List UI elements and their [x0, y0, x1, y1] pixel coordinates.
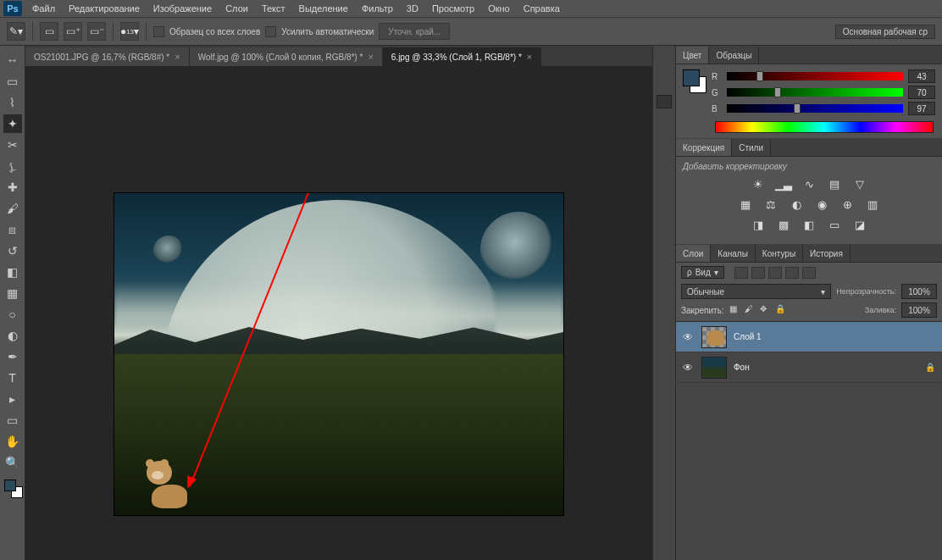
bw-icon[interactable]: ◐: [788, 197, 805, 212]
workspace-switcher[interactable]: Основная рабочая ср: [835, 25, 935, 39]
color-swatch[interactable]: [4, 480, 21, 495]
selective-color-icon[interactable]: ◪: [851, 217, 868, 232]
slider-track[interactable]: [727, 72, 903, 80]
refine-edge-button[interactable]: Уточн. край...: [379, 23, 450, 40]
add-selection-icon[interactable]: ▭⁺: [64, 22, 82, 41]
menu-select[interactable]: Выделение: [296, 2, 352, 15]
menu-filter[interactable]: Фильтр: [358, 2, 396, 15]
sample-all-checkbox[interactable]: [153, 26, 164, 37]
path-select-tool-icon[interactable]: ▸: [3, 390, 22, 408]
gradient-map-icon[interactable]: ▭: [826, 217, 843, 232]
shape-tool-icon[interactable]: ▭: [3, 411, 22, 430]
brightness-icon[interactable]: ☀: [750, 176, 767, 191]
visibility-icon[interactable]: 👁: [683, 362, 695, 374]
channel-value[interactable]: 70: [908, 86, 935, 99]
doc-tab-3[interactable]: 6.jpg @ 33,3% (Слой 1, RGB/8*) *×: [383, 47, 541, 66]
blend-mode-select[interactable]: Обычные▾: [681, 284, 831, 299]
lasso-tool-icon[interactable]: ⌇: [3, 93, 22, 112]
marquee-tool-icon[interactable]: ▭: [3, 72, 22, 91]
eyedropper-tool-icon[interactable]: ⍼: [3, 157, 22, 175]
close-icon[interactable]: ×: [527, 52, 532, 62]
hue-icon[interactable]: ▦: [737, 197, 754, 212]
photo-filter-icon[interactable]: ◉: [813, 197, 830, 212]
curves-icon[interactable]: ∿: [801, 176, 817, 191]
move-tool-icon[interactable]: ↔: [3, 51, 22, 69]
exposure-icon[interactable]: ▤: [826, 176, 843, 191]
lookup-icon[interactable]: ▥: [864, 197, 881, 212]
tab-history[interactable]: История: [803, 245, 851, 262]
tab-channels[interactable]: Каналы: [711, 245, 756, 262]
layer-row[interactable]: 👁 Фон 🔒: [676, 352, 942, 383]
tab-styles[interactable]: Стили: [732, 139, 771, 156]
close-icon[interactable]: ×: [175, 52, 180, 62]
lock-all-icon[interactable]: 🔒: [775, 304, 787, 316]
eraser-tool-icon[interactable]: ◧: [3, 263, 22, 281]
new-selection-icon[interactable]: ▭: [40, 22, 58, 41]
spectrum-bar[interactable]: [715, 121, 934, 133]
fill-input[interactable]: 100%: [901, 302, 937, 318]
filter-type-icon[interactable]: [768, 267, 782, 279]
slider-track[interactable]: [727, 88, 903, 97]
subtract-selection-icon[interactable]: ▭⁻: [87, 22, 106, 41]
close-icon[interactable]: ×: [368, 52, 373, 62]
balance-icon[interactable]: ⚖: [762, 197, 779, 212]
channel-value[interactable]: 97: [908, 102, 935, 115]
pen-tool-icon[interactable]: ✒: [3, 347, 22, 366]
type-tool-icon[interactable]: T: [3, 369, 22, 387]
brush-tool-icon[interactable]: 🖌: [3, 199, 22, 218]
menu-layer[interactable]: Слои: [222, 2, 252, 15]
canvas[interactable]: [114, 193, 563, 515]
layer-thumbnail[interactable]: [701, 326, 727, 348]
menu-help[interactable]: Справка: [520, 2, 563, 15]
dodge-tool-icon[interactable]: ◐: [3, 326, 22, 345]
opacity-input[interactable]: 100%: [901, 284, 937, 299]
menu-file[interactable]: Файл: [29, 2, 58, 15]
menu-image[interactable]: Изображение: [150, 2, 215, 15]
canvas-viewport[interactable]: [25, 66, 652, 560]
visibility-icon[interactable]: 👁: [683, 331, 695, 343]
hand-tool-icon[interactable]: ✋: [3, 432, 22, 451]
menu-edit[interactable]: Редактирование: [65, 2, 143, 15]
crop-tool-icon[interactable]: ✂: [3, 136, 22, 154]
zoom-tool-icon[interactable]: 🔍: [3, 453, 22, 472]
doc-tab-2[interactable]: Wolf.jpg @ 100% (Слой 0 копия, RGB/8*) *…: [190, 47, 383, 66]
brush-preset-icon[interactable]: ●13▾: [120, 22, 139, 41]
tab-layers[interactable]: Слои: [676, 245, 711, 262]
lock-paint-icon[interactable]: 🖌: [745, 304, 756, 316]
tool-preset-icon[interactable]: ✎▾: [7, 22, 25, 41]
slider-track[interactable]: [727, 104, 903, 113]
layer-thumbnail[interactable]: [701, 357, 727, 379]
tab-color[interactable]: Цвет: [676, 47, 709, 64]
auto-enhance-checkbox[interactable]: [265, 26, 276, 37]
filter-shape-icon[interactable]: [785, 267, 799, 279]
collapsed-panel-icon[interactable]: [657, 95, 672, 108]
heal-tool-icon[interactable]: ✚: [3, 178, 22, 197]
fg-bg-swatch[interactable]: [683, 69, 705, 91]
tab-adjustments[interactable]: Коррекция: [676, 139, 732, 156]
menu-window[interactable]: Окно: [485, 2, 513, 15]
lock-pos-icon[interactable]: ✥: [760, 304, 772, 316]
menu-text[interactable]: Текст: [258, 2, 289, 15]
gradient-tool-icon[interactable]: ▦: [3, 284, 22, 302]
filter-pixel-icon[interactable]: [734, 267, 748, 279]
blur-tool-icon[interactable]: ○: [3, 305, 22, 324]
filter-adjust-icon[interactable]: [751, 267, 765, 279]
layer-row[interactable]: 👁 Слой 1: [676, 322, 942, 352]
quick-select-tool-icon[interactable]: ✦: [3, 114, 22, 133]
vibrance-icon[interactable]: ▽: [851, 176, 868, 191]
menu-view[interactable]: Просмотр: [429, 2, 478, 15]
threshold-icon[interactable]: ◧: [801, 217, 817, 232]
stamp-tool-icon[interactable]: ⧇: [3, 220, 22, 239]
layer-filter-select[interactable]: ρ Вид ▾: [681, 266, 724, 279]
invert-icon[interactable]: ◨: [750, 217, 767, 232]
menu-3d[interactable]: 3D: [403, 2, 422, 15]
doc-tab-1[interactable]: OS21001.JPG @ 16,7% (RGB/8#) *×: [25, 47, 190, 66]
channel-mixer-icon[interactable]: ⊕: [839, 197, 856, 212]
posterize-icon[interactable]: ▩: [775, 217, 792, 232]
tab-paths[interactable]: Контуры: [756, 245, 803, 262]
levels-icon[interactable]: ▁▃: [775, 176, 792, 191]
filter-smart-icon[interactable]: [802, 267, 816, 279]
channel-value[interactable]: 43: [908, 69, 935, 83]
tab-swatches[interactable]: Образцы: [709, 47, 759, 64]
lock-trans-icon[interactable]: ▦: [729, 304, 741, 316]
